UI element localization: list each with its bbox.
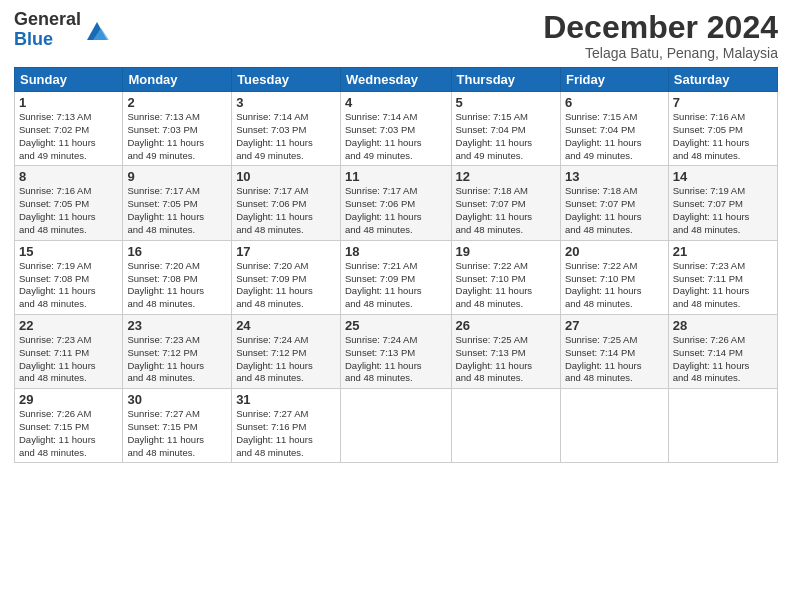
day-number: 13 [565,169,664,184]
calendar-cell: 8Sunrise: 7:16 AM Sunset: 7:05 PM Daylig… [15,166,123,240]
day-number: 21 [673,244,773,259]
day-number: 16 [127,244,227,259]
calendar-cell: 25Sunrise: 7:24 AM Sunset: 7:13 PM Dayli… [341,314,452,388]
day-info: Sunrise: 7:27 AM Sunset: 7:16 PM Dayligh… [236,408,336,459]
day-number: 12 [456,169,556,184]
header-monday: Monday [123,68,232,92]
day-number: 28 [673,318,773,333]
calendar-header-row: SundayMondayTuesdayWednesdayThursdayFrid… [15,68,778,92]
logo: General Blue [14,10,111,50]
day-number: 4 [345,95,447,110]
subtitle: Telaga Batu, Penang, Malaysia [543,45,778,61]
day-info: Sunrise: 7:17 AM Sunset: 7:05 PM Dayligh… [127,185,227,236]
calendar-cell: 4Sunrise: 7:14 AM Sunset: 7:03 PM Daylig… [341,92,452,166]
day-number: 23 [127,318,227,333]
calendar-cell: 12Sunrise: 7:18 AM Sunset: 7:07 PM Dayli… [451,166,560,240]
calendar-cell: 16Sunrise: 7:20 AM Sunset: 7:08 PM Dayli… [123,240,232,314]
logo-blue: Blue [14,30,81,50]
calendar-cell: 11Sunrise: 7:17 AM Sunset: 7:06 PM Dayli… [341,166,452,240]
day-number: 11 [345,169,447,184]
day-info: Sunrise: 7:21 AM Sunset: 7:09 PM Dayligh… [345,260,447,311]
logo-icon [83,16,111,44]
calendar-cell: 6Sunrise: 7:15 AM Sunset: 7:04 PM Daylig… [560,92,668,166]
header-tuesday: Tuesday [232,68,341,92]
calendar-row: 8Sunrise: 7:16 AM Sunset: 7:05 PM Daylig… [15,166,778,240]
header: General Blue December 2024 Telaga Batu, … [14,10,778,61]
calendar-cell [451,389,560,463]
day-info: Sunrise: 7:27 AM Sunset: 7:15 PM Dayligh… [127,408,227,459]
day-info: Sunrise: 7:25 AM Sunset: 7:13 PM Dayligh… [456,334,556,385]
day-info: Sunrise: 7:15 AM Sunset: 7:04 PM Dayligh… [456,111,556,162]
calendar-row: 15Sunrise: 7:19 AM Sunset: 7:08 PM Dayli… [15,240,778,314]
day-info: Sunrise: 7:22 AM Sunset: 7:10 PM Dayligh… [456,260,556,311]
day-info: Sunrise: 7:18 AM Sunset: 7:07 PM Dayligh… [456,185,556,236]
day-number: 6 [565,95,664,110]
day-number: 22 [19,318,118,333]
day-info: Sunrise: 7:20 AM Sunset: 7:09 PM Dayligh… [236,260,336,311]
day-number: 3 [236,95,336,110]
day-info: Sunrise: 7:13 AM Sunset: 7:02 PM Dayligh… [19,111,118,162]
day-info: Sunrise: 7:14 AM Sunset: 7:03 PM Dayligh… [236,111,336,162]
day-number: 24 [236,318,336,333]
header-saturday: Saturday [668,68,777,92]
header-friday: Friday [560,68,668,92]
day-info: Sunrise: 7:24 AM Sunset: 7:12 PM Dayligh… [236,334,336,385]
day-info: Sunrise: 7:19 AM Sunset: 7:07 PM Dayligh… [673,185,773,236]
calendar-cell: 14Sunrise: 7:19 AM Sunset: 7:07 PM Dayli… [668,166,777,240]
day-number: 1 [19,95,118,110]
calendar-cell: 1Sunrise: 7:13 AM Sunset: 7:02 PM Daylig… [15,92,123,166]
day-number: 7 [673,95,773,110]
day-info: Sunrise: 7:23 AM Sunset: 7:11 PM Dayligh… [673,260,773,311]
calendar-cell: 19Sunrise: 7:22 AM Sunset: 7:10 PM Dayli… [451,240,560,314]
calendar-cell: 30Sunrise: 7:27 AM Sunset: 7:15 PM Dayli… [123,389,232,463]
day-info: Sunrise: 7:16 AM Sunset: 7:05 PM Dayligh… [19,185,118,236]
day-number: 15 [19,244,118,259]
calendar-cell: 17Sunrise: 7:20 AM Sunset: 7:09 PM Dayli… [232,240,341,314]
calendar-cell: 7Sunrise: 7:16 AM Sunset: 7:05 PM Daylig… [668,92,777,166]
day-number: 26 [456,318,556,333]
calendar-cell: 9Sunrise: 7:17 AM Sunset: 7:05 PM Daylig… [123,166,232,240]
day-number: 2 [127,95,227,110]
calendar-cell: 13Sunrise: 7:18 AM Sunset: 7:07 PM Dayli… [560,166,668,240]
day-number: 29 [19,392,118,407]
header-wednesday: Wednesday [341,68,452,92]
day-info: Sunrise: 7:19 AM Sunset: 7:08 PM Dayligh… [19,260,118,311]
calendar-cell [668,389,777,463]
calendar-cell: 20Sunrise: 7:22 AM Sunset: 7:10 PM Dayli… [560,240,668,314]
calendar-cell: 21Sunrise: 7:23 AM Sunset: 7:11 PM Dayli… [668,240,777,314]
calendar-cell: 15Sunrise: 7:19 AM Sunset: 7:08 PM Dayli… [15,240,123,314]
title-block: December 2024 Telaga Batu, Penang, Malay… [543,10,778,61]
day-info: Sunrise: 7:26 AM Sunset: 7:15 PM Dayligh… [19,408,118,459]
month-title: December 2024 [543,10,778,45]
day-number: 14 [673,169,773,184]
calendar-cell: 29Sunrise: 7:26 AM Sunset: 7:15 PM Dayli… [15,389,123,463]
calendar-cell: 10Sunrise: 7:17 AM Sunset: 7:06 PM Dayli… [232,166,341,240]
day-number: 18 [345,244,447,259]
day-number: 9 [127,169,227,184]
calendar-cell: 31Sunrise: 7:27 AM Sunset: 7:16 PM Dayli… [232,389,341,463]
day-info: Sunrise: 7:16 AM Sunset: 7:05 PM Dayligh… [673,111,773,162]
day-number: 27 [565,318,664,333]
day-info: Sunrise: 7:25 AM Sunset: 7:14 PM Dayligh… [565,334,664,385]
day-info: Sunrise: 7:26 AM Sunset: 7:14 PM Dayligh… [673,334,773,385]
day-info: Sunrise: 7:24 AM Sunset: 7:13 PM Dayligh… [345,334,447,385]
day-number: 31 [236,392,336,407]
calendar-cell: 24Sunrise: 7:24 AM Sunset: 7:12 PM Dayli… [232,314,341,388]
day-number: 19 [456,244,556,259]
day-info: Sunrise: 7:23 AM Sunset: 7:12 PM Dayligh… [127,334,227,385]
logo-text: General Blue [14,10,81,50]
day-info: Sunrise: 7:17 AM Sunset: 7:06 PM Dayligh… [345,185,447,236]
day-number: 8 [19,169,118,184]
day-number: 25 [345,318,447,333]
calendar-cell: 26Sunrise: 7:25 AM Sunset: 7:13 PM Dayli… [451,314,560,388]
calendar-cell: 23Sunrise: 7:23 AM Sunset: 7:12 PM Dayli… [123,314,232,388]
calendar-cell: 28Sunrise: 7:26 AM Sunset: 7:14 PM Dayli… [668,314,777,388]
calendar-cell: 27Sunrise: 7:25 AM Sunset: 7:14 PM Dayli… [560,314,668,388]
day-info: Sunrise: 7:15 AM Sunset: 7:04 PM Dayligh… [565,111,664,162]
day-info: Sunrise: 7:22 AM Sunset: 7:10 PM Dayligh… [565,260,664,311]
day-number: 20 [565,244,664,259]
header-thursday: Thursday [451,68,560,92]
calendar-row: 29Sunrise: 7:26 AM Sunset: 7:15 PM Dayli… [15,389,778,463]
calendar-cell [341,389,452,463]
calendar-cell: 22Sunrise: 7:23 AM Sunset: 7:11 PM Dayli… [15,314,123,388]
